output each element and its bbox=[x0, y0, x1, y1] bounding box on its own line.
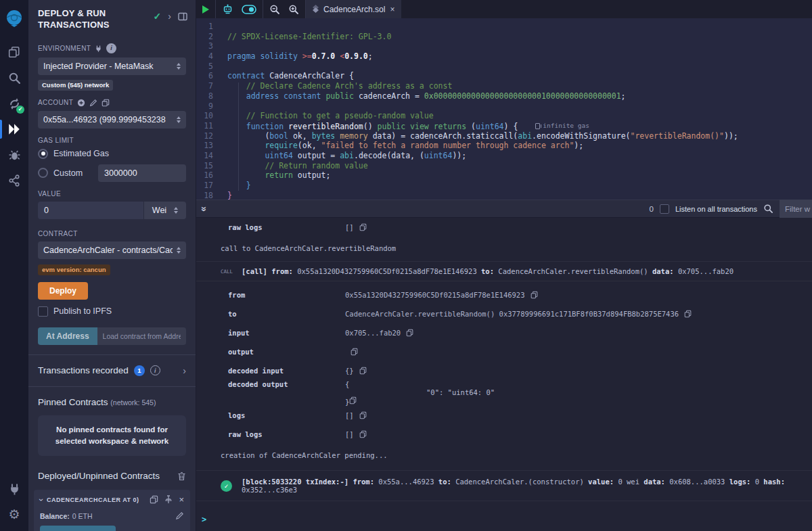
collapse-contract-chevron[interactable]: › bbox=[37, 499, 46, 501]
environment-info-icon[interactable]: i bbox=[106, 43, 116, 53]
line-number: 14 bbox=[196, 151, 227, 161]
code-line: 15 // Return random value bbox=[196, 161, 812, 171]
terminal-value: CadenceArchCaler.revertibleRandom() 0x37… bbox=[345, 310, 692, 318]
line-number: 10 bbox=[196, 111, 227, 121]
custom-gas-radio[interactable] bbox=[38, 168, 48, 178]
deploy-run-panel: DEPLOY & RUN TRANSACTIONS ✓ › ENVIRONMEN… bbox=[28, 0, 196, 531]
environment-select[interactable]: Injected Provider - MetaMask bbox=[38, 57, 186, 75]
account-select[interactable]: 0x55a...46923 (999.9999453238 bbox=[38, 111, 186, 129]
terminal-row-text: [call] from: 0x55a1320D432759960C5Df0215… bbox=[242, 267, 734, 275]
infinite-gas-annotation: infinite gas bbox=[535, 121, 589, 131]
compile-success-badge: ✓ bbox=[16, 106, 24, 114]
terminal[interactable]: raw logs[]call to CadenceArchCaler.rever… bbox=[196, 218, 812, 531]
code-line: 9 bbox=[196, 101, 812, 112]
balance-value: 0 ETH bbox=[72, 512, 93, 520]
edit-balance-icon[interactable] bbox=[175, 511, 184, 520]
run-script-play-icon[interactable] bbox=[202, 5, 209, 14]
listen-all-checkbox[interactable] bbox=[660, 204, 669, 214]
solidity-compiler-icon[interactable]: ✓ bbox=[0, 91, 28, 116]
transactions-count-badge: 1 bbox=[134, 365, 145, 376]
code-editor[interactable]: 12// SPDX-License-Identifier: GPL-3.034p… bbox=[196, 18, 812, 200]
copy-account-icon[interactable] bbox=[102, 99, 110, 107]
line-number: 4 bbox=[196, 51, 227, 62]
code-line: 8 address constant public cadenceArch = … bbox=[196, 91, 812, 101]
terminal-kv-row: logs[] bbox=[196, 406, 812, 425]
code-line: 11 function revertibleRandom() public vi… bbox=[196, 121, 812, 131]
deployed-contract-title: CADENCEARCHCALER AT 0) bbox=[47, 497, 145, 503]
code-line: 13 require(ok, "failed to fetch a random… bbox=[196, 141, 812, 151]
plugin-manager-icon[interactable] bbox=[0, 476, 28, 501]
transactions-recorded-label: Transactions recorded bbox=[38, 365, 129, 375]
custom-gas-input[interactable] bbox=[98, 164, 186, 182]
copy-icon[interactable] bbox=[359, 223, 367, 231]
line-number: 17 bbox=[196, 181, 227, 191]
select-arrows-icon bbox=[177, 63, 181, 70]
contract-select[interactable]: CadenceArchCaler - contracts/Cac bbox=[38, 241, 186, 259]
activity-bar: ✓ ⚙ bbox=[0, 0, 28, 531]
copy-icon[interactable] bbox=[684, 310, 692, 318]
debugger-icon[interactable] bbox=[0, 142, 28, 168]
forward-chevron-icon[interactable]: › bbox=[168, 11, 171, 22]
add-account-icon[interactable] bbox=[77, 99, 85, 107]
copy-icon[interactable] bbox=[406, 329, 413, 337]
ai-assistant-robot-icon[interactable] bbox=[222, 4, 233, 15]
expand-terminal-icon[interactable]: » bbox=[199, 206, 210, 212]
remove-contract-icon[interactable]: × bbox=[179, 494, 184, 505]
remix-logo-icon[interactable] bbox=[0, 3, 28, 34]
terminal-kv-row: raw logs[] bbox=[196, 425, 812, 444]
terminal-filter-input[interactable] bbox=[780, 200, 812, 218]
copilot-toggle-icon[interactable] bbox=[242, 5, 256, 14]
main-area: CadenceArch.sol × 12// SPDX-License-Iden… bbox=[196, 0, 812, 531]
ready-check-icon: ✓ bbox=[154, 11, 162, 22]
code-line: 3 bbox=[196, 41, 812, 51]
expand-transactions-chevron[interactable]: › bbox=[183, 365, 186, 376]
pin-contract-icon[interactable] bbox=[164, 495, 173, 504]
sign-message-icon[interactable] bbox=[89, 99, 97, 107]
environment-label: ENVIRONMENT i bbox=[38, 43, 186, 53]
environment-plug-icon bbox=[95, 45, 102, 52]
terminal-prompt[interactable]: > bbox=[202, 515, 206, 524]
pinned-empty-message: No pinned contracts found for selected w… bbox=[38, 415, 186, 457]
copy-icon[interactable] bbox=[351, 348, 358, 356]
listen-all-label: Listen on all transactions bbox=[675, 205, 757, 213]
clear-deployed-trash-icon[interactable] bbox=[177, 471, 186, 481]
file-explorer-icon[interactable] bbox=[0, 39, 28, 65]
search-icon[interactable] bbox=[0, 65, 28, 91]
fn-cadencearch-button[interactable]: cadenceArch bbox=[40, 526, 116, 531]
copy-icon[interactable] bbox=[359, 367, 367, 375]
transactions-info-icon[interactable]: i bbox=[150, 365, 160, 375]
copy-icon[interactable] bbox=[531, 291, 538, 299]
at-address-button[interactable]: At Address bbox=[38, 327, 97, 345]
zoom-in-icon[interactable] bbox=[288, 4, 299, 15]
zoom-out-icon[interactable] bbox=[269, 4, 280, 15]
value-input[interactable] bbox=[38, 202, 143, 219]
terminal-search-icon[interactable] bbox=[763, 204, 773, 214]
line-number: 2 bbox=[196, 32, 227, 42]
copy-icon[interactable] bbox=[349, 396, 357, 405]
copy-icon[interactable] bbox=[359, 430, 367, 438]
success-check-icon: ✓ bbox=[221, 480, 232, 492]
transactions-recorded-row[interactable]: Transactions recorded 1 i › bbox=[28, 355, 196, 386]
terminal-row-text: [block:5033220 txIndex:-] from: 0x55a...… bbox=[242, 478, 812, 494]
value-unit-select[interactable]: Wei bbox=[144, 202, 186, 219]
close-tab-icon[interactable]: × bbox=[390, 5, 394, 14]
pin-panel-icon[interactable] bbox=[178, 12, 187, 21]
git-icon[interactable] bbox=[0, 168, 28, 193]
terminal-value: [] bbox=[345, 430, 367, 438]
estimated-gas-radio[interactable] bbox=[38, 149, 48, 159]
settings-gear-icon[interactable]: ⚙ bbox=[0, 501, 28, 527]
estimated-gas-label: Estimated Gas bbox=[53, 149, 109, 158]
deploy-button[interactable]: Deploy bbox=[38, 282, 88, 300]
copy-address-icon[interactable] bbox=[150, 495, 158, 504]
copy-icon[interactable] bbox=[359, 411, 367, 419]
terminal-key: logs bbox=[228, 411, 345, 419]
publish-ipfs-checkbox[interactable] bbox=[38, 306, 48, 317]
code-line: 18} bbox=[196, 191, 812, 200]
at-address-input[interactable] bbox=[97, 327, 186, 345]
deploy-and-run-icon[interactable] bbox=[0, 116, 28, 142]
indent-guide bbox=[238, 83, 239, 191]
line-number: 16 bbox=[196, 170, 227, 181]
terminal-value: 0x55a1320D432759960C5Df0215a8dF78e1E1469… bbox=[345, 291, 538, 299]
tab-cadencearch-sol[interactable]: CadenceArch.sol × bbox=[306, 0, 401, 18]
terminal-toolbar: » 0 Listen on all transactions bbox=[196, 200, 812, 218]
